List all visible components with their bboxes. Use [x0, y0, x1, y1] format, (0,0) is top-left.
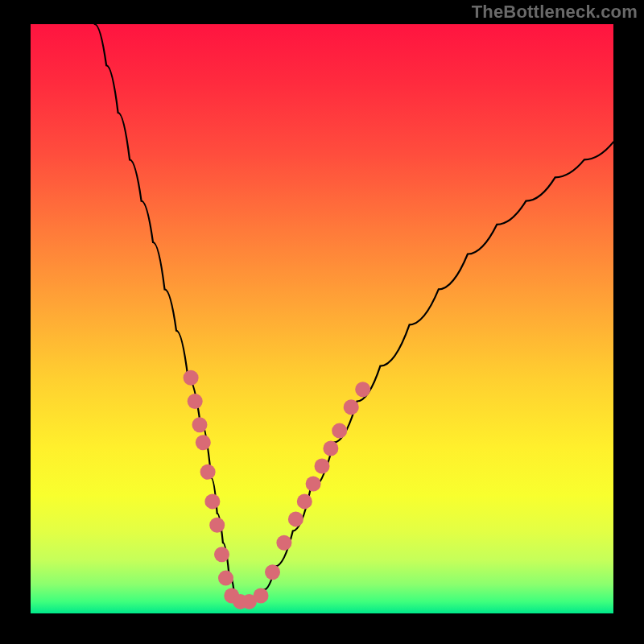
marker-point [265, 564, 280, 580]
marker-point [344, 399, 359, 415]
marker-point [218, 571, 233, 586]
marker-point [200, 464, 216, 480]
marker-point [306, 477, 321, 492]
marker-point [332, 423, 347, 439]
chart-container: TheBottleneck.com [0, 0, 644, 644]
marker-point [209, 518, 225, 533]
marker-point [315, 459, 330, 474]
marker-point [184, 370, 199, 386]
marker-point [196, 435, 211, 450]
marker-point [297, 493, 312, 509]
bottleneck-chart [0, 0, 644, 644]
marker-point [214, 547, 229, 562]
marker-point [323, 441, 338, 456]
marker-point [254, 588, 269, 604]
marker-point [188, 394, 203, 409]
marker-point [355, 382, 370, 397]
marker-point [192, 417, 208, 432]
marker-point [288, 511, 303, 526]
watermark-text: TheBottleneck.com [472, 2, 638, 23]
marker-point [204, 493, 220, 509]
marker-point [276, 535, 291, 551]
